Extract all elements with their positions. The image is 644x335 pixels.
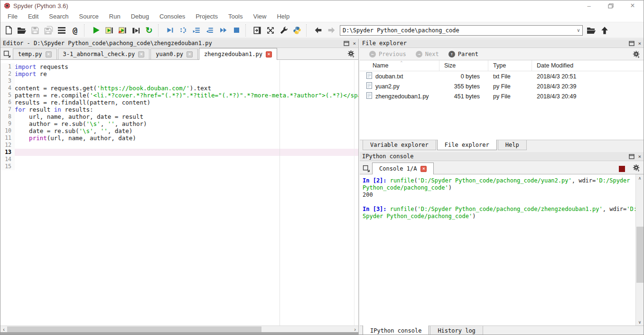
working-directory-combo[interactable]: ∨	[340, 25, 583, 36]
column-header-type[interactable]: Type	[488, 60, 532, 71]
column-header-name[interactable]: Name	[360, 60, 439, 71]
menu-file[interactable]: File	[2, 11, 23, 21]
close-tab-icon[interactable]: ×	[266, 51, 272, 57]
chevron-down-icon[interactable]: ∨	[575, 28, 582, 33]
editor-options-gear-icon[interactable]	[347, 50, 355, 60]
editor-tab-3-1_abnormal_check.py[interactable]: 3-1_abnormal_check.py×	[58, 48, 150, 59]
tab-help[interactable]: Help	[498, 140, 527, 150]
menu-search[interactable]: Search	[44, 11, 74, 21]
scroll-down-arrow-icon[interactable]: ∨	[636, 318, 644, 325]
debug-cell-button[interactable]	[177, 24, 190, 37]
code-line[interactable]: 12	[0, 142, 358, 149]
undock-icon[interactable]	[629, 154, 635, 159]
interrupt-kernel-icon[interactable]	[619, 166, 625, 172]
column-header-size[interactable]: Size	[439, 60, 488, 71]
code-line[interactable]: 11 print(url, name, author, date)	[0, 134, 358, 142]
code-line[interactable]: 1import requests	[0, 63, 358, 70]
scrollbar-thumb[interactable]	[636, 227, 644, 283]
menu-tools[interactable]: Tools	[223, 11, 248, 21]
menu-consoles[interactable]: Consoles	[154, 11, 190, 21]
menu-source[interactable]: Source	[74, 11, 104, 21]
maximize-pane-button[interactable]	[251, 24, 264, 37]
editor-horizontal-scrollbar[interactable]: ‹ ›	[0, 325, 358, 332]
close-pane-icon[interactable]: ×	[638, 41, 641, 46]
code-line[interactable]: 4content = requests.get('https://book.do…	[0, 85, 358, 92]
tab-ipython-console[interactable]: IPython console	[363, 325, 429, 335]
close-button[interactable]: ×	[622, 0, 644, 11]
scrollbar-thumb[interactable]	[7, 326, 261, 332]
debug-file-button[interactable]	[163, 24, 177, 37]
console-output[interactable]: In [2]: runfile('D:/Spyder Python_code/p…	[360, 174, 644, 325]
menu-debug[interactable]: Debug	[126, 11, 154, 21]
open-file-button[interactable]	[15, 24, 28, 37]
code-line[interactable]: 14	[0, 156, 358, 163]
code-line[interactable]: 10 date = re.sub('\s', '', date)	[0, 127, 358, 134]
code-line[interactable]: 6results = re.findall(pattern, content)	[0, 99, 358, 106]
fullscreen-button[interactable]	[264, 24, 277, 37]
browse-tabs-button[interactable]	[360, 163, 372, 174]
code-line[interactable]: 9 author = re.sub('\s', '', author)	[0, 120, 358, 127]
code-editor[interactable]: 1import requests2import re34content = re…	[0, 60, 358, 325]
file-row[interactable]: douban.txt0 bytestxt File2018/4/3 20:51	[360, 71, 644, 81]
symbol-finder-button[interactable]: @	[68, 24, 82, 37]
tab-history-log[interactable]: History log	[430, 326, 483, 335]
menu-edit[interactable]: Edit	[23, 11, 44, 21]
code-line[interactable]: 3	[0, 77, 358, 85]
column-header-date-modified[interactable]: Date Modified	[532, 60, 644, 71]
parent-button[interactable]: ↑ Parent	[448, 51, 478, 57]
close-tab-icon[interactable]: ×	[138, 51, 144, 57]
console-tab[interactable]: Console 1/A ×	[372, 163, 434, 174]
code-line[interactable]: 13	[0, 149, 358, 156]
browse-directory-button[interactable]	[585, 24, 598, 37]
console-vertical-scrollbar[interactable]: ∧ ∨	[635, 174, 644, 325]
code-line[interactable]: 2import re	[0, 70, 358, 77]
browse-tabs-button[interactable]	[0, 48, 13, 59]
editor-tab-yuan0.py[interactable]: yuan0.py×	[150, 48, 198, 59]
file-table-header[interactable]: ^ NameSizeTypeDate Modified	[360, 60, 644, 71]
editor-tab-zhengzedouban1.py[interactable]: zhengzedouban1.py×	[199, 48, 277, 60]
menu-projects[interactable]: Projects	[190, 11, 223, 21]
run-selection-button[interactable]	[129, 24, 142, 37]
new-file-button[interactable]	[2, 24, 15, 37]
menu-view[interactable]: View	[248, 11, 271, 21]
continue-button[interactable]	[216, 24, 230, 37]
close-pane-icon[interactable]: ×	[638, 154, 641, 159]
run-cell-button[interactable]	[103, 24, 116, 37]
working-directory-input[interactable]	[340, 26, 575, 35]
preferences-button[interactable]	[277, 24, 290, 37]
code-line[interactable]: 7for result in results:	[0, 106, 358, 113]
menu-help[interactable]: Help	[271, 11, 295, 21]
run-file-button[interactable]	[89, 24, 103, 37]
stop-debug-button[interactable]	[230, 24, 243, 37]
minimize-button[interactable]: –	[578, 0, 600, 11]
editor-tab-temp.py[interactable]: temp.py×	[13, 48, 57, 59]
scroll-left-arrow-icon[interactable]: ‹	[0, 326, 7, 332]
restore-button[interactable]	[600, 0, 622, 11]
file-explorer-options-gear-icon[interactable]	[633, 50, 640, 60]
file-switcher-button[interactable]	[55, 24, 68, 37]
file-row[interactable]: yuan2.py355 bytespy File2018/4/3 20:39	[360, 81, 644, 91]
close-console-icon[interactable]: ×	[420, 166, 427, 172]
step-return-button[interactable]	[203, 24, 216, 37]
close-tab-icon[interactable]: ×	[46, 51, 52, 57]
python-path-button[interactable]	[290, 24, 304, 37]
file-row[interactable]: zhengzedouban1.py451 bytespy File2018/4/…	[360, 91, 644, 101]
step-over-button[interactable]	[190, 24, 203, 37]
close-pane-icon[interactable]: ×	[353, 41, 356, 46]
tab-file-explorer[interactable]: File explorer	[437, 140, 497, 150]
tab-variable-explorer[interactable]: Variable explorer	[363, 140, 436, 150]
undock-icon[interactable]	[344, 41, 349, 46]
run-cell-advance-button[interactable]	[116, 24, 129, 37]
back-button[interactable]	[311, 24, 325, 37]
undock-icon[interactable]	[629, 41, 635, 46]
console-options-gear-icon[interactable]	[633, 164, 640, 174]
menu-run[interactable]: Run	[104, 11, 126, 21]
scroll-up-arrow-icon[interactable]: ∧	[636, 174, 644, 182]
code-line[interactable]: 15	[0, 163, 358, 170]
code-line[interactable]: 8 url, name, author, date = result	[0, 113, 358, 120]
scroll-right-arrow-icon[interactable]: ›	[352, 326, 358, 332]
parent-directory-button[interactable]	[598, 24, 611, 37]
code-line[interactable]: 5pattern = re.compile('<li.*?cover.*?hre…	[0, 92, 358, 99]
rerun-last-button[interactable]: ↻	[142, 24, 156, 37]
close-tab-icon[interactable]: ×	[187, 51, 193, 57]
